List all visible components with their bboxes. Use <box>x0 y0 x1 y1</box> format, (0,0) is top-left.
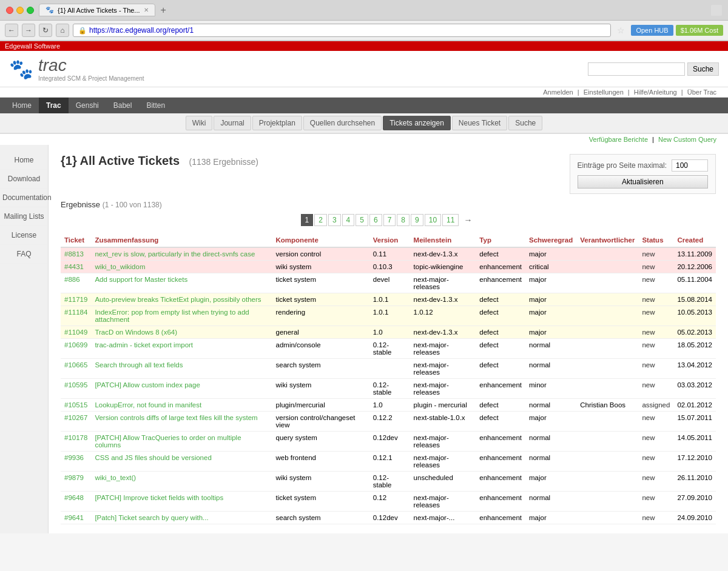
header-search-input[interactable] <box>588 62 685 76</box>
ticket-id-link[interactable]: #886 <box>64 276 80 283</box>
ticket-id-link[interactable]: #10515 <box>64 401 87 409</box>
verfuegbare-berichte-link[interactable]: Verfügbare Berichte <box>589 136 648 143</box>
close-window-btn[interactable] <box>6 7 13 14</box>
col-ticket[interactable]: Ticket <box>61 233 91 247</box>
cell-milestone: next-dev-1.3.x <box>410 247 476 261</box>
ticket-id-link[interactable]: #9879 <box>64 474 84 481</box>
col-status[interactable]: Status <box>638 233 673 247</box>
new-custom-query-link[interactable]: New Custom Query <box>658 136 716 143</box>
bookmark-btn[interactable]: ☆ <box>617 25 625 35</box>
sidebar-item-faq[interactable]: FAQ <box>0 245 48 264</box>
page-6-btn[interactable]: 6 <box>369 214 382 226</box>
page-8-btn[interactable]: 8 <box>397 214 410 226</box>
page-9-btn[interactable]: 9 <box>411 214 423 226</box>
ticket-id-link[interactable]: #9641 <box>64 514 84 521</box>
sub-nav-suche[interactable]: Suche <box>508 116 542 130</box>
ticket-summary-link[interactable]: CSS and JS files should be versioned <box>95 454 211 461</box>
ticket-id-link[interactable]: #10267 <box>64 414 87 421</box>
sub-nav-journal[interactable]: Journal <box>214 116 251 130</box>
main-nav-trac[interactable]: Trac <box>39 98 69 113</box>
page-1-btn[interactable]: 1 <box>301 214 314 226</box>
ticket-id-link[interactable]: #10665 <box>64 361 87 369</box>
page-3-btn[interactable]: 3 <box>328 214 341 226</box>
browser-tab-active[interactable]: 🐾 {1} All Active Tickets - The... ✕ <box>39 4 155 16</box>
refresh-btn[interactable]: ↻ <box>39 24 52 37</box>
einstellungen-link[interactable]: Einstellungen <box>584 88 624 96</box>
sidebar-item-download[interactable]: Download <box>0 170 48 189</box>
page-2-btn[interactable]: 2 <box>314 214 327 226</box>
maximize-window-btn[interactable] <box>27 7 34 14</box>
ticket-summary-link[interactable]: next_rev is slow, particularly in the di… <box>95 250 255 258</box>
col-owner[interactable]: Verantwortlicher <box>576 233 638 247</box>
open-hub-btn[interactable]: Open HUB <box>631 25 673 36</box>
col-severity[interactable]: Schweregrad <box>525 233 576 247</box>
sidebar-item-license[interactable]: License <box>0 226 48 245</box>
ueber-link[interactable]: Über Trac <box>687 88 716 96</box>
col-type[interactable]: Typ <box>476 233 525 247</box>
ticket-summary-link[interactable]: [PATCH] Improve ticket fields with toolt… <box>95 494 223 501</box>
aktualisieren-btn[interactable]: Aktualisieren <box>578 175 708 189</box>
minimize-window-btn[interactable] <box>16 7 24 14</box>
table-row: #8813 next_rev is slow, particularly in … <box>61 247 716 261</box>
sub-nav-quellen[interactable]: Quellen durchsehen <box>303 116 382 130</box>
ticket-summary-link[interactable]: Search through all text fields <box>95 361 183 369</box>
page-11-btn[interactable]: 11 <box>442 214 459 226</box>
page-5-btn[interactable]: 5 <box>356 214 368 226</box>
new-tab-btn[interactable]: + <box>158 5 169 16</box>
ticket-summary-link[interactable]: wiki_to_wikidom <box>95 263 145 270</box>
ticket-id-link[interactable]: #9648 <box>64 494 84 501</box>
forward-btn[interactable]: → <box>22 24 35 37</box>
ticket-summary-link[interactable]: [PATCH] Allow TracQueries to order on mu… <box>95 434 241 449</box>
ticket-id-link[interactable]: #10178 <box>64 434 87 441</box>
main-nav-genshi[interactable]: Genshi <box>69 98 106 113</box>
col-component[interactable]: Komponente <box>272 233 369 247</box>
sub-nav-tickets[interactable]: Tickets anzeigen <box>383 116 451 130</box>
ticket-summary-link[interactable]: wiki_to_text() <box>95 474 136 481</box>
sidebar-item-home[interactable]: Home <box>0 151 48 170</box>
ticket-summary-link[interactable]: Add support for Master tickets <box>95 276 187 283</box>
page-10-btn[interactable]: 10 <box>425 214 441 226</box>
sidebar-item-documentation[interactable]: Documentation <box>0 189 48 207</box>
address-bar[interactable]: 🔒 https://trac.edgewall.org/report/1 <box>73 24 611 37</box>
page-7-btn[interactable]: 7 <box>383 214 396 226</box>
next-page-btn[interactable]: → <box>460 214 476 226</box>
ticket-summary-link[interactable]: Auto-preview breaks TicketExt plugin, po… <box>95 296 261 303</box>
col-created[interactable]: Created <box>673 233 716 247</box>
hilfe-link[interactable]: Hilfe/Anleitung <box>634 88 677 96</box>
entries-per-page-input[interactable] <box>672 159 708 172</box>
col-milestone[interactable]: Meilenstein <box>410 233 476 247</box>
ticket-id-link[interactable]: #10595 <box>64 381 87 389</box>
ticket-id-link[interactable]: #11049 <box>64 329 87 336</box>
sidebar-item-mailing-lists[interactable]: Mailing Lists <box>0 207 48 226</box>
main-nav-bitten[interactable]: Bitten <box>139 98 172 113</box>
anmelden-link[interactable]: Anmelden <box>543 88 573 96</box>
ticket-id-link[interactable]: #9936 <box>64 454 84 461</box>
window-control[interactable] <box>711 5 722 16</box>
sub-nav-projektplan[interactable]: Projektplan <box>252 116 302 130</box>
ticket-id-link[interactable]: #4431 <box>64 263 84 270</box>
ticket-id-link[interactable]: #8813 <box>64 250 84 258</box>
cost-btn[interactable]: $1.06M Cost <box>676 25 723 36</box>
sub-nav-neues-ticket[interactable]: Neues Ticket <box>452 116 507 130</box>
tickets-table: Ticket Zusammenfassung Komponente Versio… <box>61 233 716 524</box>
main-nav-babel[interactable]: Babel <box>106 98 140 113</box>
back-btn[interactable]: ← <box>5 24 18 37</box>
ticket-id-link[interactable]: #10699 <box>64 341 87 349</box>
tab-close-btn[interactable]: ✕ <box>144 7 149 13</box>
ticket-summary-link[interactable]: IndexError: pop from empty list when try… <box>95 309 249 323</box>
ticket-id-link[interactable]: #11719 <box>64 296 87 303</box>
header-search-btn[interactable]: Suche <box>687 62 719 76</box>
col-summary[interactable]: Zusammenfassung <box>91 233 272 247</box>
col-version[interactable]: Version <box>369 233 410 247</box>
ticket-summary-link[interactable]: LookupError, not found in manifest <box>95 401 201 409</box>
main-nav-home[interactable]: Home <box>5 98 39 113</box>
page-4-btn[interactable]: 4 <box>342 214 355 226</box>
ticket-id-link[interactable]: #11184 <box>64 309 87 316</box>
home-btn[interactable]: ⌂ <box>56 24 69 37</box>
ticket-summary-link[interactable]: TracD on Windows 8 (x64) <box>95 329 177 336</box>
ticket-summary-link[interactable]: Version controls diffs of large text fil… <box>95 414 257 421</box>
sub-nav-wiki[interactable]: Wiki <box>186 116 213 130</box>
ticket-summary-link[interactable]: [PATCH] Allow custom index page <box>95 381 200 389</box>
ticket-summary-link[interactable]: [Patch] Ticket search by query with... <box>95 514 208 521</box>
ticket-summary-link[interactable]: trac-admin - ticket export import <box>95 341 193 349</box>
